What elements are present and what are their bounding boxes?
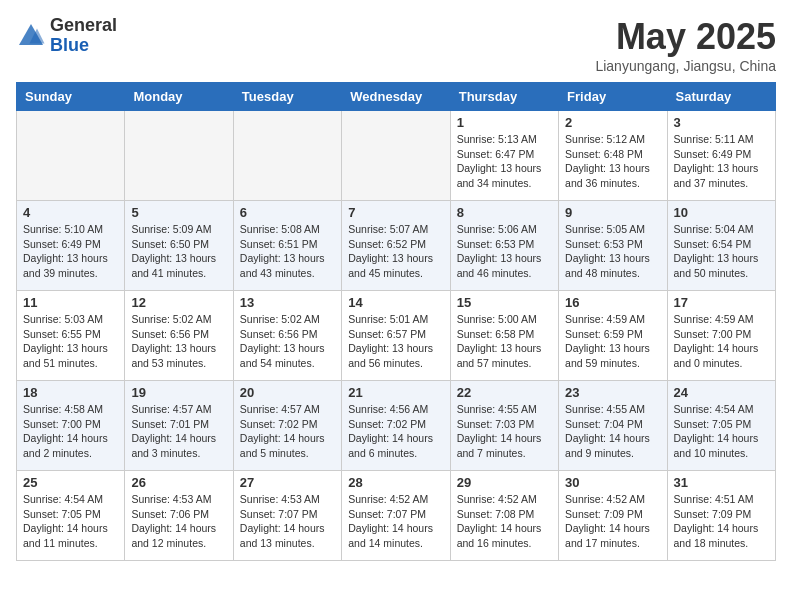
weekday-header: Tuesday xyxy=(233,83,341,111)
calendar-day-cell: 24Sunrise: 4:54 AM Sunset: 7:05 PM Dayli… xyxy=(667,381,775,471)
day-info: Sunrise: 5:08 AM Sunset: 6:51 PM Dayligh… xyxy=(240,222,335,281)
day-number: 19 xyxy=(131,385,226,400)
day-info: Sunrise: 4:56 AM Sunset: 7:02 PM Dayligh… xyxy=(348,402,443,461)
day-number: 2 xyxy=(565,115,660,130)
day-number: 30 xyxy=(565,475,660,490)
calendar-day-cell xyxy=(342,111,450,201)
calendar-day-cell: 3Sunrise: 5:11 AM Sunset: 6:49 PM Daylig… xyxy=(667,111,775,201)
calendar-day-cell: 26Sunrise: 4:53 AM Sunset: 7:06 PM Dayli… xyxy=(125,471,233,561)
day-info: Sunrise: 5:06 AM Sunset: 6:53 PM Dayligh… xyxy=(457,222,552,281)
day-info: Sunrise: 5:12 AM Sunset: 6:48 PM Dayligh… xyxy=(565,132,660,191)
day-number: 3 xyxy=(674,115,769,130)
day-info: Sunrise: 5:02 AM Sunset: 6:56 PM Dayligh… xyxy=(131,312,226,371)
calendar-day-cell: 12Sunrise: 5:02 AM Sunset: 6:56 PM Dayli… xyxy=(125,291,233,381)
logo-text: General Blue xyxy=(50,16,117,56)
calendar-day-cell: 10Sunrise: 5:04 AM Sunset: 6:54 PM Dayli… xyxy=(667,201,775,291)
calendar-day-cell: 23Sunrise: 4:55 AM Sunset: 7:04 PM Dayli… xyxy=(559,381,667,471)
calendar-day-cell xyxy=(233,111,341,201)
calendar-week-row: 4Sunrise: 5:10 AM Sunset: 6:49 PM Daylig… xyxy=(17,201,776,291)
day-info: Sunrise: 4:53 AM Sunset: 7:07 PM Dayligh… xyxy=(240,492,335,551)
day-number: 27 xyxy=(240,475,335,490)
day-info: Sunrise: 4:54 AM Sunset: 7:05 PM Dayligh… xyxy=(23,492,118,551)
weekday-header: Sunday xyxy=(17,83,125,111)
calendar-day-cell: 31Sunrise: 4:51 AM Sunset: 7:09 PM Dayli… xyxy=(667,471,775,561)
calendar-day-cell: 28Sunrise: 4:52 AM Sunset: 7:07 PM Dayli… xyxy=(342,471,450,561)
day-info: Sunrise: 4:57 AM Sunset: 7:01 PM Dayligh… xyxy=(131,402,226,461)
day-number: 13 xyxy=(240,295,335,310)
calendar-week-row: 18Sunrise: 4:58 AM Sunset: 7:00 PM Dayli… xyxy=(17,381,776,471)
day-info: Sunrise: 4:52 AM Sunset: 7:08 PM Dayligh… xyxy=(457,492,552,551)
day-number: 14 xyxy=(348,295,443,310)
title-block: May 2025 Lianyungang, Jiangsu, China xyxy=(595,16,776,74)
day-number: 7 xyxy=(348,205,443,220)
day-number: 12 xyxy=(131,295,226,310)
weekday-header: Thursday xyxy=(450,83,558,111)
day-number: 8 xyxy=(457,205,552,220)
day-info: Sunrise: 5:05 AM Sunset: 6:53 PM Dayligh… xyxy=(565,222,660,281)
calendar-day-cell: 30Sunrise: 4:52 AM Sunset: 7:09 PM Dayli… xyxy=(559,471,667,561)
calendar-week-row: 1Sunrise: 5:13 AM Sunset: 6:47 PM Daylig… xyxy=(17,111,776,201)
page: General Blue May 2025 Lianyungang, Jiang… xyxy=(0,0,792,577)
calendar-day-cell: 21Sunrise: 4:56 AM Sunset: 7:02 PM Dayli… xyxy=(342,381,450,471)
weekday-header: Friday xyxy=(559,83,667,111)
day-number: 20 xyxy=(240,385,335,400)
day-number: 31 xyxy=(674,475,769,490)
calendar-day-cell: 29Sunrise: 4:52 AM Sunset: 7:08 PM Dayli… xyxy=(450,471,558,561)
day-info: Sunrise: 4:55 AM Sunset: 7:04 PM Dayligh… xyxy=(565,402,660,461)
day-info: Sunrise: 5:01 AM Sunset: 6:57 PM Dayligh… xyxy=(348,312,443,371)
calendar-day-cell: 9Sunrise: 5:05 AM Sunset: 6:53 PM Daylig… xyxy=(559,201,667,291)
weekday-header-row: SundayMondayTuesdayWednesdayThursdayFrid… xyxy=(17,83,776,111)
day-number: 26 xyxy=(131,475,226,490)
day-number: 29 xyxy=(457,475,552,490)
day-number: 4 xyxy=(23,205,118,220)
weekday-header: Saturday xyxy=(667,83,775,111)
day-info: Sunrise: 5:04 AM Sunset: 6:54 PM Dayligh… xyxy=(674,222,769,281)
calendar-day-cell xyxy=(17,111,125,201)
calendar-day-cell: 11Sunrise: 5:03 AM Sunset: 6:55 PM Dayli… xyxy=(17,291,125,381)
calendar-day-cell: 16Sunrise: 4:59 AM Sunset: 6:59 PM Dayli… xyxy=(559,291,667,381)
day-info: Sunrise: 4:58 AM Sunset: 7:00 PM Dayligh… xyxy=(23,402,118,461)
calendar-day-cell: 14Sunrise: 5:01 AM Sunset: 6:57 PM Dayli… xyxy=(342,291,450,381)
calendar-day-cell: 8Sunrise: 5:06 AM Sunset: 6:53 PM Daylig… xyxy=(450,201,558,291)
calendar-day-cell: 13Sunrise: 5:02 AM Sunset: 6:56 PM Dayli… xyxy=(233,291,341,381)
day-number: 22 xyxy=(457,385,552,400)
day-info: Sunrise: 5:13 AM Sunset: 6:47 PM Dayligh… xyxy=(457,132,552,191)
calendar-day-cell: 7Sunrise: 5:07 AM Sunset: 6:52 PM Daylig… xyxy=(342,201,450,291)
day-info: Sunrise: 4:53 AM Sunset: 7:06 PM Dayligh… xyxy=(131,492,226,551)
day-number: 16 xyxy=(565,295,660,310)
day-number: 1 xyxy=(457,115,552,130)
logo: General Blue xyxy=(16,16,117,56)
day-number: 11 xyxy=(23,295,118,310)
day-info: Sunrise: 5:10 AM Sunset: 6:49 PM Dayligh… xyxy=(23,222,118,281)
calendar-day-cell: 6Sunrise: 5:08 AM Sunset: 6:51 PM Daylig… xyxy=(233,201,341,291)
calendar-week-row: 11Sunrise: 5:03 AM Sunset: 6:55 PM Dayli… xyxy=(17,291,776,381)
day-info: Sunrise: 5:07 AM Sunset: 6:52 PM Dayligh… xyxy=(348,222,443,281)
logo-blue: Blue xyxy=(50,36,117,56)
calendar-day-cell: 1Sunrise: 5:13 AM Sunset: 6:47 PM Daylig… xyxy=(450,111,558,201)
calendar: SundayMondayTuesdayWednesdayThursdayFrid… xyxy=(16,82,776,561)
day-number: 10 xyxy=(674,205,769,220)
day-number: 23 xyxy=(565,385,660,400)
weekday-header: Wednesday xyxy=(342,83,450,111)
location: Lianyungang, Jiangsu, China xyxy=(595,58,776,74)
calendar-week-row: 25Sunrise: 4:54 AM Sunset: 7:05 PM Dayli… xyxy=(17,471,776,561)
weekday-header: Monday xyxy=(125,83,233,111)
day-number: 28 xyxy=(348,475,443,490)
day-info: Sunrise: 4:55 AM Sunset: 7:03 PM Dayligh… xyxy=(457,402,552,461)
day-info: Sunrise: 4:54 AM Sunset: 7:05 PM Dayligh… xyxy=(674,402,769,461)
day-info: Sunrise: 5:02 AM Sunset: 6:56 PM Dayligh… xyxy=(240,312,335,371)
calendar-day-cell: 27Sunrise: 4:53 AM Sunset: 7:07 PM Dayli… xyxy=(233,471,341,561)
calendar-day-cell: 22Sunrise: 4:55 AM Sunset: 7:03 PM Dayli… xyxy=(450,381,558,471)
month-title: May 2025 xyxy=(595,16,776,58)
calendar-day-cell: 19Sunrise: 4:57 AM Sunset: 7:01 PM Dayli… xyxy=(125,381,233,471)
calendar-day-cell: 4Sunrise: 5:10 AM Sunset: 6:49 PM Daylig… xyxy=(17,201,125,291)
calendar-day-cell: 17Sunrise: 4:59 AM Sunset: 7:00 PM Dayli… xyxy=(667,291,775,381)
day-info: Sunrise: 5:09 AM Sunset: 6:50 PM Dayligh… xyxy=(131,222,226,281)
calendar-day-cell xyxy=(125,111,233,201)
day-info: Sunrise: 5:11 AM Sunset: 6:49 PM Dayligh… xyxy=(674,132,769,191)
logo-general: General xyxy=(50,16,117,36)
day-info: Sunrise: 4:52 AM Sunset: 7:09 PM Dayligh… xyxy=(565,492,660,551)
logo-icon xyxy=(16,21,46,51)
day-info: Sunrise: 4:57 AM Sunset: 7:02 PM Dayligh… xyxy=(240,402,335,461)
day-info: Sunrise: 4:51 AM Sunset: 7:09 PM Dayligh… xyxy=(674,492,769,551)
